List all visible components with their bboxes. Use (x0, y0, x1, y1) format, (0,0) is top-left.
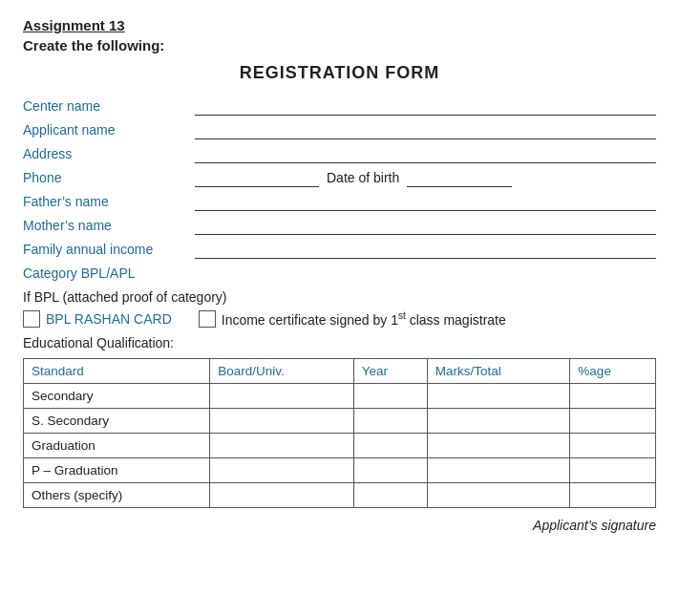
table-row: Secondary (24, 384, 656, 409)
category-label: Category BPL/APL (23, 266, 195, 283)
row-pgrad-pct (570, 458, 656, 483)
table-row: P – Graduation (24, 458, 656, 483)
table-row: S. Secondary (24, 409, 656, 434)
row-secondary-board (210, 384, 353, 409)
row-others-marks (427, 483, 570, 508)
applicant-signature: Applicant’s signature (23, 518, 656, 533)
address-line (195, 146, 656, 163)
dob-line (407, 170, 512, 187)
address-label: Address (23, 146, 195, 163)
mothers-name-line (195, 218, 656, 235)
col-marks: Marks/Total (427, 359, 570, 384)
center-name-label: Center name (23, 98, 195, 116)
center-name-row: Center name (23, 98, 656, 116)
row-ssecondary-standard: S. Secondary (24, 409, 210, 434)
center-name-line (195, 98, 656, 116)
edu-qualification-label: Educational Qualification: (23, 335, 656, 350)
mothers-name-row: Mother’s name (23, 218, 656, 235)
family-income-label: Family annual income (23, 242, 195, 259)
applicant-name-line (195, 122, 656, 139)
row-secondary-marks (427, 384, 570, 409)
row-others-board (210, 483, 353, 508)
row-graduation-standard: Graduation (24, 434, 210, 458)
income-cert-label: Income certificate signed by 1st class m… (222, 310, 506, 328)
col-year: Year (353, 359, 427, 384)
row-others-standard: Others (specify) (24, 483, 210, 508)
row-ssecondary-year (353, 409, 427, 434)
address-row: Address (23, 146, 656, 163)
checkbox-row: BPL RASHAN CARD Income certificate signe… (23, 310, 656, 328)
bpl-rashan-label: BPL RASHAN CARD (46, 311, 172, 327)
fathers-name-line (195, 194, 656, 211)
row-secondary-pct (570, 384, 656, 409)
dob-label: Date of birth (319, 170, 407, 187)
row-graduation-pct (570, 434, 656, 458)
phone-row: Phone Date of birth (23, 170, 656, 187)
row-secondary-standard: Secondary (24, 384, 210, 409)
row-pgrad-marks (427, 458, 570, 483)
table-row: Others (specify) (24, 483, 656, 508)
table-header-row: Standard Board/Univ. Year Marks/Total %a… (24, 359, 656, 384)
col-board: Board/Univ. (210, 359, 353, 384)
row-graduation-marks (427, 434, 570, 458)
fathers-name-label: Father’s name (23, 194, 195, 211)
mothers-name-label: Mother’s name (23, 218, 195, 235)
table-row: Graduation (24, 434, 656, 458)
form-title: REGISTRATION FORM (23, 63, 656, 83)
applicant-name-label: Applicant name (23, 122, 195, 139)
if-bpl-row: If BPL (attached proof of category) (23, 289, 656, 305)
row-ssecondary-board (210, 409, 353, 434)
row-pgrad-board (210, 458, 353, 483)
create-label: Create the following: (23, 37, 656, 53)
row-graduation-board (210, 434, 353, 458)
applicant-name-row: Applicant name (23, 122, 656, 139)
edu-table: Standard Board/Univ. Year Marks/Total %a… (23, 358, 656, 508)
row-secondary-year (353, 384, 427, 409)
col-percentage: %age (570, 359, 656, 384)
row-pgrad-year (353, 458, 427, 483)
fathers-name-row: Father’s name (23, 194, 656, 211)
row-ssecondary-pct (570, 409, 656, 434)
family-income-row: Family annual income (23, 242, 656, 259)
phone-label: Phone (23, 170, 195, 187)
row-others-year (353, 483, 427, 508)
category-row: Category BPL/APL (23, 266, 656, 283)
income-cert-checkbox[interactable] (199, 310, 216, 328)
col-standard: Standard (24, 359, 210, 384)
row-others-pct (570, 483, 656, 508)
row-pgrad-standard: P – Graduation (24, 458, 210, 483)
row-ssecondary-marks (427, 409, 570, 434)
family-income-line (195, 242, 656, 259)
row-graduation-year (353, 434, 427, 458)
assignment-title: Assignment 13 (23, 17, 656, 33)
bpl-rashan-checkbox[interactable] (23, 310, 40, 328)
phone-line (195, 170, 319, 187)
